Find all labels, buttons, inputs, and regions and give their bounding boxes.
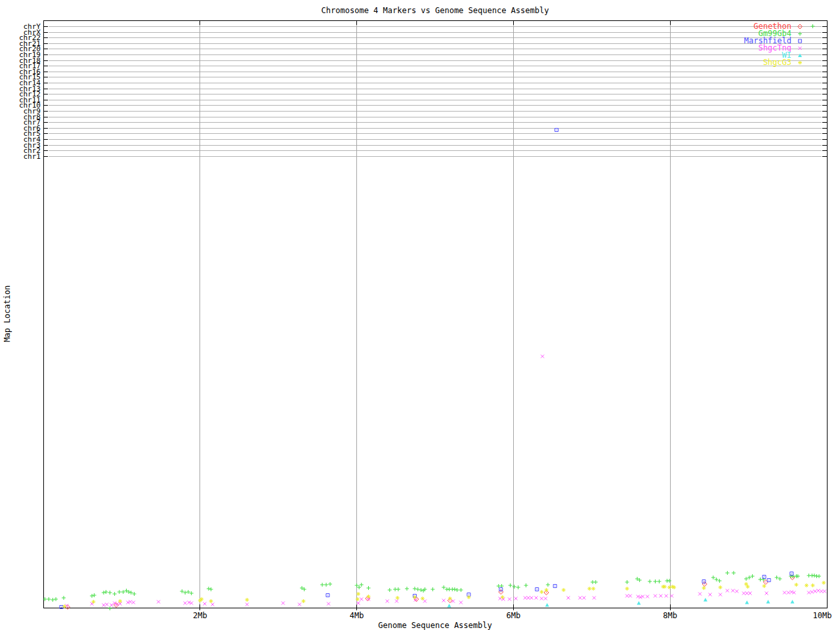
marker <box>442 599 446 602</box>
marker <box>702 586 706 590</box>
marker <box>421 597 425 600</box>
marker <box>51 598 54 602</box>
marker <box>745 600 749 604</box>
marker <box>637 601 640 605</box>
marker <box>102 591 106 595</box>
marker <box>787 591 790 595</box>
marker <box>555 129 558 132</box>
marker <box>360 583 364 587</box>
marker <box>367 595 371 598</box>
legend-label-ShgcG3: ShgcG3 <box>763 59 791 66</box>
marker <box>704 598 707 602</box>
marker <box>665 595 668 598</box>
marker <box>356 597 360 601</box>
marker <box>459 601 463 604</box>
marker <box>807 591 810 595</box>
marker <box>814 590 817 593</box>
marker <box>811 24 815 28</box>
marker <box>731 589 734 593</box>
marker <box>54 597 58 601</box>
marker <box>209 587 213 591</box>
marker <box>546 583 550 587</box>
marker <box>725 571 729 575</box>
x-tick-label-6Mb: 6Mb <box>494 611 533 620</box>
marker <box>798 24 803 29</box>
marker <box>298 603 301 606</box>
marker <box>455 588 459 592</box>
marker <box>413 587 417 591</box>
marker <box>535 597 538 600</box>
marker <box>386 600 389 603</box>
marker <box>541 355 544 358</box>
marker <box>188 601 191 604</box>
marker <box>508 598 511 601</box>
marker <box>792 591 795 595</box>
marker <box>203 602 206 606</box>
marker <box>663 585 667 589</box>
marker <box>648 579 652 583</box>
plot-area <box>0 0 840 630</box>
marker <box>820 590 823 593</box>
marker <box>108 606 112 610</box>
marker <box>654 579 658 583</box>
marker <box>810 591 814 594</box>
marker <box>766 600 770 604</box>
marker <box>637 595 640 598</box>
marker <box>324 583 328 587</box>
marker <box>539 590 543 594</box>
marker <box>442 585 446 589</box>
marker <box>66 605 70 610</box>
marker <box>719 585 723 589</box>
marker <box>509 583 513 587</box>
marker <box>60 606 63 609</box>
marker <box>47 597 51 601</box>
marker <box>90 594 94 598</box>
marker <box>105 603 108 606</box>
marker <box>516 585 520 589</box>
marker <box>530 597 533 600</box>
marker <box>672 585 676 589</box>
marker <box>388 588 392 592</box>
marker <box>524 583 528 587</box>
marker <box>790 591 793 594</box>
x-tick-label-10Mb: 10Mb <box>803 611 840 620</box>
series-Gm99Gb4 <box>43 24 821 610</box>
marker <box>667 585 671 589</box>
series-Marshfield <box>60 129 793 609</box>
marker <box>763 576 766 579</box>
marker <box>591 587 595 591</box>
marker <box>735 590 738 593</box>
marker <box>594 580 598 584</box>
marker <box>245 603 249 606</box>
marker <box>587 587 591 591</box>
marker <box>245 598 249 602</box>
shgctng-marker-icon <box>791 45 808 52</box>
marker <box>698 593 702 596</box>
marker <box>395 600 398 603</box>
marshfield-marker-icon <box>791 37 808 45</box>
marker <box>453 587 457 591</box>
marker <box>320 583 324 587</box>
marker <box>670 595 673 598</box>
marker <box>211 603 214 606</box>
marker <box>209 599 213 603</box>
marker <box>93 593 96 597</box>
marker <box>711 576 715 579</box>
marker <box>326 594 329 597</box>
marker <box>578 597 581 600</box>
legend: GenethonGm99Gb4MarshfieldShgcTngWIShgcG3 <box>686 23 808 66</box>
chart-canvas: Chromosome 4 Markers vs Genome Sequence … <box>0 0 840 630</box>
marker <box>822 581 826 585</box>
marker <box>748 592 751 595</box>
marker <box>593 597 596 600</box>
shgcg3-marker-icon <box>791 59 808 66</box>
marker <box>207 587 211 591</box>
x-tick-label-4Mb: 4Mb <box>337 611 377 620</box>
marker <box>62 604 66 608</box>
marker <box>799 39 802 43</box>
wi-marker-icon <box>791 52 808 59</box>
marker <box>328 582 332 586</box>
x-tick-label-8Mb: 8Mb <box>650 611 690 620</box>
marker <box>501 595 505 599</box>
marker <box>190 602 193 605</box>
